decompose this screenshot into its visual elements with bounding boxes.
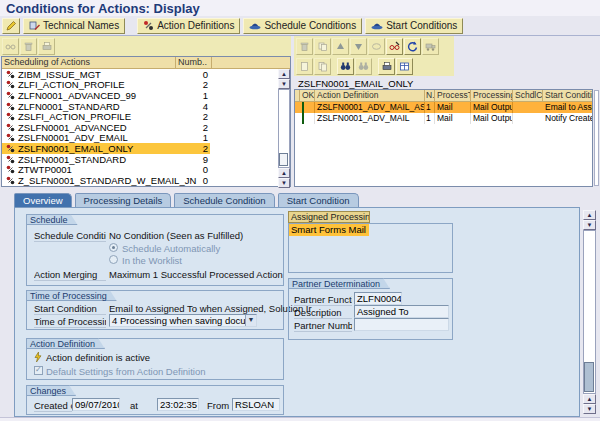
delete-row-button[interactable] [296, 38, 313, 55]
scroll-thumb[interactable] [584, 362, 594, 392]
tree-row[interactable]: ZSLFN0001_ADV_EMAIL1 [2, 133, 278, 144]
n-cell: 1 [425, 113, 435, 124]
created-time-field[interactable]: 23:02:35 [157, 398, 199, 411]
schedule-conditions-button[interactable]: Schedule Conditions [243, 18, 362, 34]
status-cell [300, 102, 315, 113]
page-icon [299, 61, 310, 72]
print-button[interactable] [38, 38, 55, 55]
condition-button[interactable] [368, 38, 385, 55]
printer-icon [381, 61, 392, 72]
display-button[interactable] [2, 38, 19, 55]
tree-row-count: 1 [178, 90, 208, 101]
partner-number-field[interactable] [354, 318, 449, 331]
copy-row-button[interactable] [314, 38, 331, 55]
tree-row[interactable]: ZLFN0001_ADVANCED_991 [2, 90, 278, 101]
action-profile-icon [6, 155, 15, 164]
tree-row-selected[interactable]: ZSLFN0001_EMAIL_ONLY2 [2, 143, 278, 154]
display-change-button[interactable] [2, 18, 20, 34]
find-button[interactable] [337, 58, 354, 75]
trash-icon [299, 41, 310, 52]
assigned-processing-item[interactable]: Smart Forms Mail [289, 224, 369, 236]
action-profile-icon [6, 80, 15, 89]
arrow-up-icon [335, 41, 346, 52]
detail-tabstrip: Overview Processing Details Schedule Con… [14, 193, 362, 207]
truck-icon [425, 41, 436, 52]
dropdown-arrow-icon[interactable]: ▼ [245, 315, 256, 326]
tree-row-label: ZSLFN0001_EMAIL_ONLY [18, 143, 133, 154]
partner-function-field[interactable]: ZLFN0004 [354, 292, 402, 305]
table-header-start-condition: Start Condition [543, 90, 592, 102]
created-by-field[interactable]: RSLOAN [232, 398, 280, 411]
refresh-button[interactable] [404, 38, 421, 55]
last-page-button[interactable] [314, 58, 331, 75]
table-header-schedule-condition: SchdlCndtn [513, 90, 543, 102]
glasses-icon [5, 41, 16, 52]
scroll-up-button[interactable]: ▲ [583, 210, 596, 220]
tree-row[interactable]: ZSLFN0001_ADVANCED2 [2, 122, 278, 133]
move-up-button[interactable] [332, 38, 349, 55]
tree-row[interactable]: ZSLFI_ACTION_PROFILE2 [2, 111, 278, 122]
start-conditions-label: Start Conditions [386, 20, 457, 31]
table-header-process-type: ProcessTyp. [435, 90, 471, 102]
n-cell: 1 [425, 102, 435, 113]
table-header-action-definition: Action Definition [315, 90, 425, 102]
table-settings-button[interactable] [396, 58, 413, 75]
tree-row-count: 0 [178, 69, 208, 80]
default-settings-checkbox[interactable]: ✓ [34, 366, 43, 375]
tree-row-label: ZSLFN0001_ADVANCED [18, 122, 127, 133]
tree-row[interactable]: ZIBM_ISSUE_MGT0 [2, 69, 278, 80]
action-definitions-button[interactable]: Action Definitions [137, 18, 240, 34]
action-profile-icon [6, 133, 15, 142]
description-field[interactable]: Assigned To [354, 305, 449, 318]
transport-button[interactable] [422, 38, 439, 55]
tree-row-label: ZSLFI_ACTION_PROFILE [18, 111, 131, 122]
move-down-button[interactable] [350, 38, 367, 55]
tree-row[interactable]: ZLFN0001_STANDARD4 [2, 101, 278, 112]
scroll-up-button[interactable]: ▲ [583, 394, 596, 404]
created-on-field[interactable]: 09/07/2010 [72, 398, 120, 411]
table-scrollbar[interactable] [594, 90, 599, 186]
partner-number-label: Partner Number [294, 320, 352, 332]
tree-row-label: ZTWTP0001 [18, 164, 72, 175]
assigned-processings-list: Smart Forms Mail [288, 223, 453, 273]
tree-row-label: ZLFN0001_STANDARD [18, 101, 120, 112]
binoculars-icon [358, 61, 369, 72]
print-table-button[interactable] [378, 58, 395, 75]
table-row-selected[interactable]: ZSLFN0001_ADV_MAIL_ASSIGNED 1 Mail Mail … [295, 102, 592, 113]
time-of-processing-select[interactable]: 4 Processing when saving document ▼ [109, 314, 257, 327]
tab-schedule-condition[interactable]: Schedule Condition [174, 193, 274, 207]
scroll-up-button[interactable]: ▲ [278, 69, 290, 79]
action-merging-label: Action Merging [34, 269, 106, 281]
start-conditions-button[interactable]: Start Conditions [365, 18, 463, 34]
find-next-button[interactable] [355, 58, 372, 75]
tree-row-count: 9 [178, 154, 208, 165]
scroll-thumb[interactable] [279, 153, 288, 166]
technical-names-button[interactable]: Technical Names [23, 18, 125, 34]
tab-overview[interactable]: Overview [14, 193, 72, 207]
scroll-down-button[interactable]: ▼ [583, 404, 596, 414]
action-definition-caption: Action Definition [26, 338, 105, 349]
tree-row[interactable]: ZLFI_ACTION_PROFILE2 [2, 80, 278, 91]
tab-processing-details[interactable]: Processing Details [75, 193, 172, 207]
schedule-automatically-radio[interactable] [109, 243, 118, 252]
tree-row[interactable]: ZTWTP00010 [2, 164, 278, 175]
first-page-button[interactable] [296, 58, 313, 75]
in-worklist-radio[interactable] [109, 255, 118, 264]
tree-row-label: Z_SLFN0001_STANDARD_W_EMAIL_JN [18, 175, 196, 186]
status-cell [300, 113, 315, 124]
scroll-down-button[interactable]: ▼ [583, 220, 596, 230]
tab-start-condition[interactable]: Start Condition [278, 193, 359, 207]
tree-row[interactable]: Z_SLFN0001_STANDARD_W_EMAIL_JN0 [2, 175, 278, 186]
tree-row[interactable]: ZSLFN0001_STANDARD9 [2, 154, 278, 165]
delete-button[interactable] [20, 38, 37, 55]
scroll-up-button[interactable]: ▲ [278, 168, 290, 178]
schedule-automatically-label: Schedule Automatically [122, 243, 220, 254]
scroll-down-button[interactable]: ▼ [278, 79, 290, 89]
scroll-down-button[interactable]: ▼ [278, 178, 290, 188]
selected-profile-name: ZSLFN0001_EMAIL_ONLY [298, 78, 413, 89]
scroll-down-icon: ▼ [587, 406, 593, 412]
display-change-toggle-button[interactable] [386, 38, 403, 55]
check-mark-icon: ✓ [35, 365, 42, 374]
scroll-up-icon: ▲ [587, 396, 593, 402]
table-row[interactable]: ZSLFN0001_ADV_MAIL 1 Mail Mail Output No… [295, 113, 592, 124]
